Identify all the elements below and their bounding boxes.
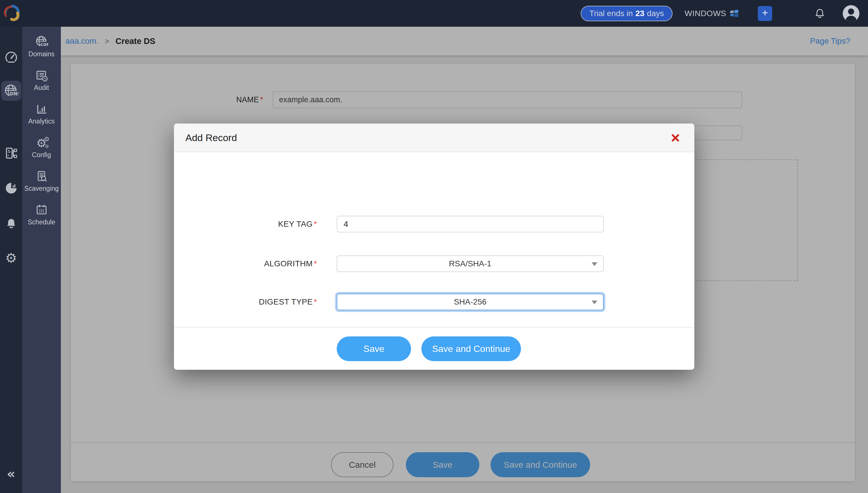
alerts-bell-icon[interactable] — [4, 217, 18, 230]
modal-footer-divider — [174, 327, 694, 327]
reports-pie-icon[interactable] — [4, 181, 18, 195]
modal-header: Add Record — [174, 124, 694, 152]
sidebar-item-config[interactable]: ⚙ ⚙ ⚙ Config — [22, 136, 61, 159]
svg-text:DNS: DNS — [10, 91, 18, 97]
brand-logo-icon[interactable] — [3, 3, 21, 22]
schedule-calendar-icon — [35, 203, 48, 217]
config-gears-icon: ⚙ ⚙ ⚙ — [33, 136, 50, 149]
settings-gear-wrench-icon[interactable]: ⚙ — [4, 251, 18, 265]
topbar: Trial ends in 23 days WINDOWS + — [0, 0, 868, 27]
sidebar-collapse-button[interactable]: « — [0, 466, 22, 481]
chevron-down-icon — [592, 262, 597, 266]
sidebar-item-scavenging[interactable]: Scavenging — [22, 170, 61, 192]
icon-rail: DNS — [0, 27, 22, 493]
modal-save-and-continue-button[interactable]: Save and Continue — [421, 337, 521, 361]
sidebar-item-label: Schedule — [28, 218, 55, 226]
digest-type-select[interactable]: SHA-256 — [337, 294, 603, 310]
platform-label: WINDOWS — [685, 9, 726, 18]
add-record-modal: Add Record KEY TAG* ALGORITHM* RSA/SHA-1… — [174, 124, 694, 370]
windows-logo-icon — [730, 9, 739, 18]
audit-log-icon — [35, 69, 48, 82]
trial-suffix: days — [647, 9, 664, 18]
trial-prefix: Trial ends in — [589, 9, 633, 18]
required-marker: * — [314, 298, 317, 306]
dns-nav-selected[interactable]: DNS — [1, 81, 21, 101]
user-avatar[interactable] — [842, 5, 860, 22]
sidebar-item-label: Analytics — [28, 117, 54, 125]
platform-indicator: WINDOWS — [685, 9, 739, 18]
dashboard-gauge-icon[interactable] — [4, 50, 18, 64]
sidebar-item-audit[interactable]: Audit — [22, 69, 61, 92]
key-tag-input[interactable] — [337, 216, 603, 232]
digest-type-value: SHA-256 — [454, 297, 486, 306]
key-tag-label: KEY TAG* — [174, 216, 317, 232]
sidebar-item-domains[interactable]: COM Domains — [22, 35, 61, 58]
domains-globe-icon: COM — [35, 35, 48, 48]
modal-title: Add Record — [185, 132, 237, 143]
sidebar-item-analytics[interactable]: Analytics — [22, 103, 61, 125]
dns-subnav: COM Domains Audit — [22, 27, 61, 493]
algorithm-label: ALGORITHM* — [174, 255, 317, 272]
app-window: Trial ends in 23 days WINDOWS + — [0, 0, 868, 493]
digest-type-label: DIGEST TYPE* — [174, 294, 317, 310]
dns-globe-icon: DNS — [4, 84, 18, 98]
chevron-down-icon — [592, 301, 597, 304]
modal-save-button[interactable]: Save — [337, 337, 411, 361]
sidebar-item-label: Scavenging — [24, 185, 59, 192]
required-marker: * — [314, 259, 317, 268]
analytics-bars-icon — [35, 103, 48, 116]
svg-text:COM: COM — [40, 42, 48, 47]
spacer — [4, 153, 18, 166]
sidebar-item-schedule[interactable]: Schedule — [22, 203, 61, 226]
algorithm-select[interactable]: RSA/SHA-1 — [337, 255, 603, 272]
sidebar-item-label: Audit — [34, 84, 49, 92]
required-marker: * — [314, 220, 317, 229]
topbar-actions: Trial ends in 23 days WINDOWS + — [581, 0, 860, 27]
trial-countdown-button[interactable]: Trial ends in 23 days — [581, 6, 672, 21]
sidebar-item-label: Domains — [28, 50, 54, 58]
close-icon[interactable] — [668, 131, 682, 145]
notifications-bell-icon[interactable] — [814, 8, 825, 19]
scavenging-search-doc-icon — [35, 170, 48, 183]
algorithm-value: RSA/SHA-1 — [449, 259, 492, 268]
sidebar-item-label: Config — [32, 151, 51, 159]
add-button[interactable]: + — [758, 6, 772, 21]
trial-days: 23 — [636, 9, 644, 18]
